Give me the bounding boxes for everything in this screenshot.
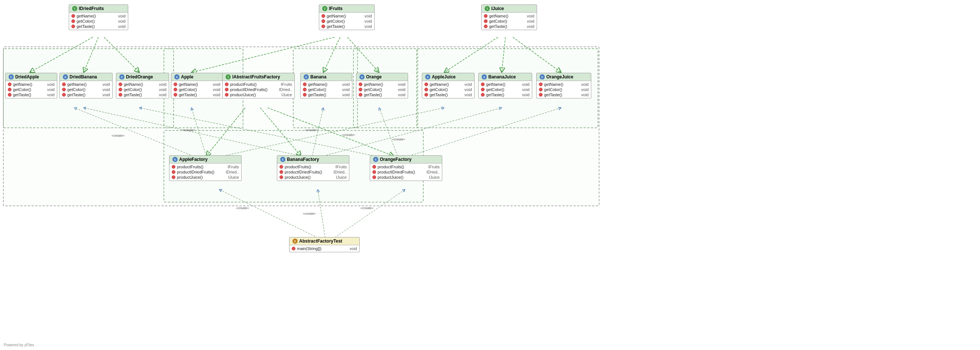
- icon-OrangeFactory: c: [373, 157, 378, 162]
- create-label-2: «create»: [111, 134, 124, 137]
- class-name-AppleJuice: AppleJuice: [432, 74, 456, 80]
- class-Orange[interactable]: c Orange getName()void getColor()void ge…: [356, 73, 408, 99]
- class-name-IJuice: IJuice: [491, 6, 504, 11]
- icon-OrangeJuice: c: [539, 74, 545, 80]
- icon-Banana: c: [304, 74, 309, 80]
- class-IJuice[interactable]: i IJuice getName()void getColor()void ge…: [481, 5, 537, 30]
- class-header-Orange: c Orange: [356, 73, 408, 81]
- methods-AppleFactory: productFruits()IFruits productIDriedFrui…: [169, 164, 241, 181]
- class-OrangeFactory[interactable]: c OrangeFactory productFruits()IFruits p…: [370, 155, 442, 181]
- methods-IAbstractFruitsFactory: productFruits()IFruits productIDriedFrui…: [223, 81, 294, 98]
- class-name-OrangeJuice: OrangeJuice: [546, 74, 573, 80]
- methods-Banana: getName()void getColor()void getTaste()v…: [301, 81, 352, 98]
- class-header-IJuice: i IJuice: [482, 5, 537, 13]
- outer-group: [3, 46, 600, 206]
- class-name-IFruits: IFruits: [329, 6, 343, 11]
- methods-IFruits: getName()void getColor()void getTaste()v…: [319, 13, 374, 30]
- create-label-8: «create»: [361, 206, 374, 210]
- methods-Apple: getName()void getColor()void getTaste()v…: [171, 81, 223, 98]
- class-OrangeJuice[interactable]: c OrangeJuice getName()void getColor()vo…: [536, 73, 591, 99]
- class-name-Banana: Banana: [310, 74, 326, 80]
- methods-IJuice: getName()void getColor()void getTaste()v…: [482, 13, 537, 30]
- methods-Orange: getName()void getColor()void getTaste()v…: [356, 81, 408, 98]
- class-DriedBanana[interactable]: c DriedBanana getName()void getColor()vo…: [59, 73, 113, 99]
- icon-AppleFactory: c: [172, 157, 178, 162]
- methods-OrangeJuice: getName()void getColor()void getTaste()v…: [537, 81, 591, 98]
- class-header-IFruits: i IFruits: [319, 5, 374, 13]
- class-name-BananaJuice: BananaJuice: [488, 74, 516, 80]
- icon-DriedApple: c: [8, 74, 14, 80]
- class-header-DriedBanana: c DriedBanana: [60, 73, 112, 81]
- class-header-AppleJuice: c AppleJuice: [422, 73, 474, 81]
- methods-BananaJuice: getName()void getColor()void getTaste()v…: [479, 81, 532, 98]
- class-AbstractFactoryTest[interactable]: c AbstractFactoryTest main(String[])void: [289, 237, 360, 252]
- icon-AbstractFactoryTest: c: [293, 239, 298, 244]
- create-label-4: «create»: [342, 133, 355, 137]
- class-name-DriedApple: DriedApple: [15, 74, 39, 80]
- class-header-BananaJuice: c BananaJuice: [479, 73, 532, 81]
- methods-AppleJuice: getName()void getColor()void getTaste()v…: [422, 81, 474, 98]
- methods-DriedApple: getName()void getColor()void getTaste()v…: [6, 81, 57, 98]
- create-label-7: «create»: [303, 212, 316, 215]
- create-label-1: «create»: [182, 128, 195, 132]
- class-AppleFactory[interactable]: c AppleFactory productFruits()IFruits pr…: [169, 155, 242, 181]
- class-header-AppleFactory: c AppleFactory: [169, 156, 241, 164]
- methods-BananaFactory: productFruits()IFruits productIDriedFrui…: [277, 164, 349, 181]
- diagram-container: «create» «create» «create» «create» «cre…: [0, 0, 980, 350]
- class-Banana[interactable]: c Banana getName()void getColor()void ge…: [300, 73, 352, 99]
- methods-IDriedFruits: getName()void getColor()void getTaste()v…: [69, 13, 128, 30]
- class-header-Apple: c Apple: [171, 73, 223, 81]
- icon-DriedOrange: c: [119, 74, 124, 80]
- icon-IAbstractFruitsFactory: i: [226, 74, 231, 80]
- methods-OrangeFactory: productFruits()IFruits productIDriedFrui…: [370, 164, 442, 181]
- class-header-IAbstractFruitsFactory: i IAbstractFruitsFactory: [223, 73, 294, 81]
- class-header-AbstractFactoryTest: c AbstractFactoryTest: [290, 237, 360, 245]
- icon-Orange: c: [360, 74, 364, 80]
- icon-AppleJuice: c: [425, 74, 430, 80]
- class-name-Orange: Orange: [366, 74, 382, 80]
- class-header-OrangeJuice: c OrangeJuice: [537, 73, 591, 81]
- class-IAbstractFruitsFactory[interactable]: i IAbstractFruitsFactory productFruits()…: [222, 73, 295, 99]
- class-header-DriedApple: c DriedApple: [6, 73, 57, 81]
- class-name-BananaFactory: BananaFactory: [287, 157, 319, 162]
- class-name-OrangeFactory: OrangeFactory: [380, 157, 411, 162]
- footer: Powered by yFiles: [4, 343, 34, 347]
- methods-DriedBanana: getName()void getColor()void getTaste()v…: [60, 81, 112, 98]
- icon-IJuice: i: [485, 6, 490, 11]
- class-name-IDriedFruits: IDriedFruits: [79, 6, 104, 11]
- create-label-5: «create»: [392, 137, 405, 141]
- icon-IFruits: i: [322, 6, 328, 11]
- class-header-IDriedFruits: i IDriedFruits: [69, 5, 128, 13]
- class-AppleJuice[interactable]: c AppleJuice getName()void getColor()voi…: [422, 73, 474, 99]
- class-name-AppleFactory: AppleFactory: [179, 157, 208, 162]
- icon-DriedBanana: c: [63, 74, 68, 80]
- icon-BananaFactory: c: [280, 157, 285, 162]
- create-label-3: «create»: [305, 128, 318, 132]
- class-IFruits[interactable]: i IFruits getName()void getColor()void g…: [319, 5, 375, 30]
- methods-DriedOrange: getName()void getColor()void getTaste()v…: [116, 81, 169, 98]
- class-name-Apple: Apple: [181, 74, 193, 80]
- class-DriedApple[interactable]: c DriedApple getName()void getColor()voi…: [5, 73, 57, 99]
- methods-AbstractFactoryTest: main(String[])void: [290, 245, 360, 252]
- class-BananaFactory[interactable]: c BananaFactory productFruits()IFruits p…: [277, 155, 349, 181]
- class-name-DriedBanana: DriedBanana: [70, 74, 97, 80]
- class-BananaJuice[interactable]: c BananaJuice getName()void getColor()vo…: [478, 73, 532, 99]
- icon-Apple: c: [174, 74, 180, 80]
- class-header-Banana: c Banana: [301, 73, 352, 81]
- class-DriedOrange[interactable]: c DriedOrange getName()void getColor()vo…: [116, 73, 169, 99]
- class-name-AbstractFactoryTest: AbstractFactoryTest: [299, 239, 342, 244]
- create-label-6: «create»: [236, 206, 249, 210]
- icon-BananaJuice: c: [482, 74, 487, 80]
- class-header-DriedOrange: c DriedOrange: [116, 73, 169, 81]
- class-name-DriedOrange: DriedOrange: [126, 74, 153, 80]
- icon-IDriedFruits: i: [72, 6, 77, 11]
- class-header-BananaFactory: c BananaFactory: [277, 156, 349, 164]
- class-name-IAbstractFruitsFactory: IAbstractFruitsFactory: [232, 74, 280, 80]
- class-header-OrangeFactory: c OrangeFactory: [370, 156, 442, 164]
- class-Apple[interactable]: c Apple getName()void getColor()void get…: [171, 73, 223, 99]
- class-IDriedFruits[interactable]: i IDriedFruits getName()void getColor()v…: [69, 5, 128, 30]
